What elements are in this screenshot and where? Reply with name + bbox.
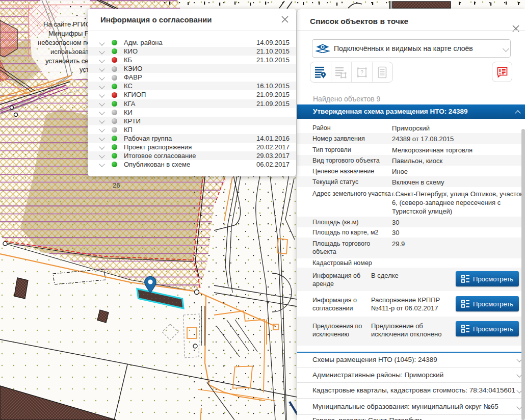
svg-text:?: ? — [360, 70, 363, 75]
svg-text:26: 26 — [113, 181, 120, 189]
